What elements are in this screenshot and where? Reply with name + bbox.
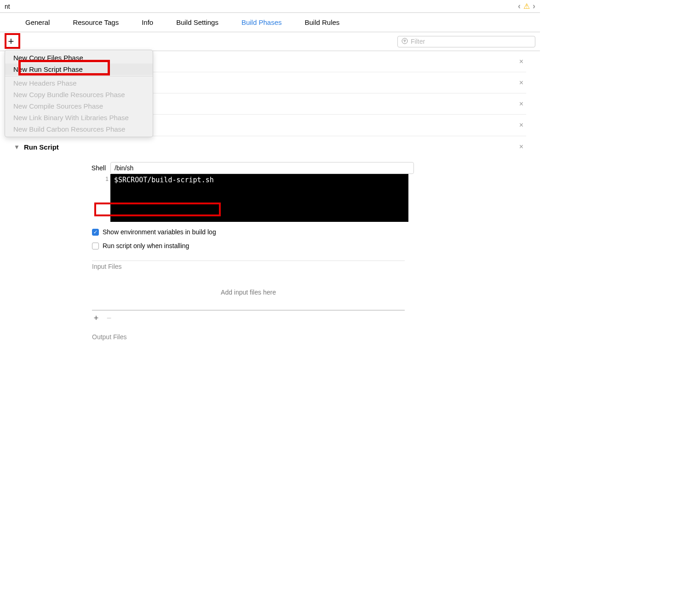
shell-label: Shell [87, 164, 106, 172]
tab-build-settings[interactable]: Build Settings [176, 18, 218, 26]
dropdown-item-new-headers: New Headers Phase [5, 77, 153, 89]
tab-resource-tags[interactable]: Resource Tags [73, 18, 119, 26]
tab-build-rules[interactable]: Build Rules [304, 18, 339, 26]
title-bar: nt ‹ ⚠ › [0, 0, 540, 13]
nav-back-chevron[interactable]: ‹ [518, 1, 521, 11]
dropdown-item-new-run-script[interactable]: New Run Script Phase [5, 64, 153, 75]
nav-forward-chevron[interactable]: › [533, 1, 535, 11]
output-files-section: Output Files [92, 331, 405, 341]
phase-row-run-script[interactable]: ▼ Run Script × [14, 136, 526, 157]
tab-general[interactable]: General [25, 18, 50, 26]
title-text: nt [5, 3, 10, 10]
checkbox-install-only[interactable] [92, 243, 99, 249]
input-files-label: Input Files [92, 263, 405, 270]
line-number: 1 [101, 174, 110, 222]
filter-field[interactable] [397, 36, 535, 47]
checkbox-show-env[interactable]: ✓ [92, 229, 99, 236]
dropdown-item-new-copy-bundle-resources: New Copy Bundle Resources Phase [5, 89, 153, 100]
script-editor-container: 1 $SRCROOT/build-script.sh [87, 174, 526, 222]
input-files-footer: + − [92, 310, 405, 323]
input-files-hint: Add input files here [92, 289, 405, 296]
run-script-body: Shell 1 $SRCROOT/build-script.sh ✓ Show … [14, 157, 526, 368]
warning-icon[interactable]: ⚠ [523, 2, 530, 11]
close-icon[interactable]: × [516, 143, 526, 151]
phase-title: Run Script [24, 143, 516, 151]
dropdown-item-new-build-carbon: New Build Carbon Resources Phase [5, 123, 153, 135]
checkbox-label: Run script only when installing [103, 242, 189, 249]
shell-input[interactable] [110, 162, 414, 174]
dropdown-item-new-copy-files[interactable]: New Copy Files Phase [5, 52, 153, 64]
checkbox-label: Show environment variables in build log [103, 228, 216, 236]
filter-input[interactable] [411, 38, 531, 45]
close-icon[interactable]: × [516, 121, 526, 129]
remove-input-file-button: − [105, 313, 113, 323]
dropdown-item-new-link-binary: New Link Binary With Libraries Phase [5, 112, 153, 123]
checkbox-row-install[interactable]: Run script only when installing [92, 242, 526, 249]
phases-toolbar: + New Copy Files Phase New Run Script Ph… [0, 32, 540, 51]
close-icon[interactable]: × [516, 79, 526, 87]
checkbox-row-env[interactable]: ✓ Show environment variables in build lo… [92, 228, 526, 236]
tab-build-phases[interactable]: Build Phases [241, 18, 282, 26]
filter-icon [402, 38, 408, 46]
add-phase-dropdown: New Copy Files Phase New Run Script Phas… [5, 50, 153, 137]
close-icon[interactable]: × [516, 100, 526, 108]
dropdown-item-new-compile-sources: New Compile Sources Phase [5, 100, 153, 112]
close-icon[interactable]: × [516, 58, 526, 66]
output-files-label: Output Files [92, 333, 405, 341]
input-files-section: Input Files Add input files here + − [92, 261, 405, 323]
script-editor[interactable]: $SRCROOT/build-script.sh [110, 174, 408, 222]
add-input-file-button[interactable]: + [92, 313, 100, 323]
tabs-bar: General Resource Tags Info Build Setting… [0, 13, 540, 32]
dropdown-divider [5, 76, 153, 76]
disclosure-triangle-icon[interactable]: ▼ [14, 144, 21, 151]
add-phase-button[interactable]: + [5, 35, 17, 48]
tab-info[interactable]: Info [142, 18, 153, 26]
